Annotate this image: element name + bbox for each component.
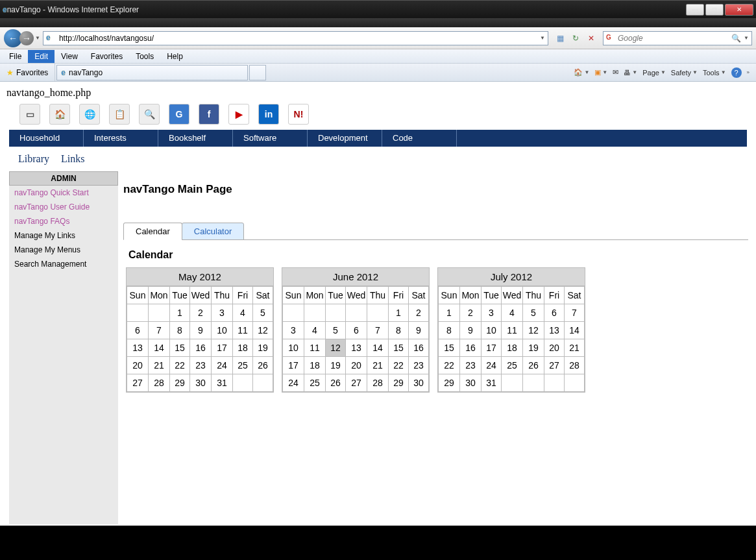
calendar-day[interactable]: 3 <box>212 304 233 322</box>
new-tab[interactable] <box>249 65 266 80</box>
calendar-day[interactable]: 7 <box>565 304 585 322</box>
menu-tools[interactable]: Tools <box>129 50 160 63</box>
calendar-day[interactable]: 18 <box>304 357 326 374</box>
compat-view-icon[interactable]: ▦ <box>554 32 567 45</box>
youtube-icon[interactable]: ▶ <box>228 104 249 125</box>
calendar-day[interactable]: 13 <box>544 322 565 339</box>
address-bar[interactable]: e http://localhost/navtangosu/ ▼ <box>43 31 548 45</box>
calendar-day[interactable]: 6 <box>127 322 149 339</box>
home-icon[interactable]: 🏠 <box>49 104 70 125</box>
calendar-day[interactable]: 3 <box>482 304 502 322</box>
calendar-day[interactable]: 29 <box>439 374 460 392</box>
calendar-day[interactable]: 26 <box>523 357 544 374</box>
calendar-day[interactable]: 25 <box>304 374 326 392</box>
calendar-day[interactable] <box>127 304 149 322</box>
calendar-day[interactable]: 17 <box>482 339 502 357</box>
calendar-day[interactable] <box>565 374 585 392</box>
calendar-day[interactable]: 3 <box>283 322 304 339</box>
feeds-icon[interactable]: ▣▼ <box>594 68 607 77</box>
calendar-day[interactable]: 19 <box>523 339 544 357</box>
favorites-button[interactable]: ★ Favorites <box>0 64 55 81</box>
calendar-day[interactable]: 9 <box>190 322 212 339</box>
calendar-day[interactable]: 30 <box>190 374 212 392</box>
help-icon[interactable]: ? <box>731 67 742 78</box>
calendar-day[interactable]: 12 <box>253 322 273 339</box>
calendar-day[interactable]: 11 <box>304 339 326 357</box>
address-chevron[interactable]: ▼ <box>540 35 545 41</box>
nav-bookshelf[interactable]: Bookshelf <box>158 130 233 147</box>
calendar-day[interactable]: 5 <box>523 304 544 322</box>
calendar-day[interactable]: 27 <box>346 374 367 392</box>
calendar-day[interactable]: 23 <box>409 357 429 374</box>
calendar-day[interactable]: 17 <box>212 339 233 357</box>
calendar-day[interactable]: 10 <box>212 322 233 339</box>
calendar-day[interactable]: 22 <box>170 357 190 374</box>
calendar-day[interactable]: 7 <box>367 322 389 339</box>
calendar-day[interactable]: 17 <box>283 357 304 374</box>
menu-favorites[interactable]: Favorites <box>84 50 129 63</box>
calendar-day[interactable]: 8 <box>170 322 190 339</box>
calendar-day[interactable]: 8 <box>389 322 409 339</box>
calendar-day[interactable]: 13 <box>127 339 149 357</box>
calendar-day[interactable]: 25 <box>233 357 253 374</box>
calendar-day[interactable]: 1 <box>389 304 409 322</box>
calendar-day[interactable]: 21 <box>367 357 389 374</box>
menu-edit[interactable]: Edit <box>28 50 55 63</box>
calendar-day[interactable]: 20 <box>544 339 565 357</box>
calendar-day[interactable]: 6 <box>544 304 565 322</box>
calendar-day[interactable]: 9 <box>460 322 482 339</box>
calendar-day[interactable]: 29 <box>389 374 409 392</box>
calendar-day[interactable]: 24 <box>482 357 502 374</box>
calendar-day[interactable]: 5 <box>326 322 346 339</box>
calendar-day[interactable]: 5 <box>253 304 273 322</box>
calendar-day[interactable] <box>326 304 346 322</box>
stop-button[interactable]: ✕ <box>585 32 598 45</box>
menu-help[interactable]: Help <box>160 50 189 63</box>
facebook-icon[interactable]: f <box>199 104 219 125</box>
nav-development[interactable]: Development <box>308 130 382 147</box>
form-icon[interactable]: 📋 <box>109 104 130 125</box>
calendar-day[interactable]: 28 <box>149 374 170 392</box>
calendar-day[interactable]: 31 <box>212 374 233 392</box>
calendar-day[interactable]: 28 <box>367 374 389 392</box>
close-button[interactable]: ✕ <box>725 4 753 16</box>
calendar-day[interactable]: 7 <box>149 322 170 339</box>
calendar-day[interactable] <box>502 374 523 392</box>
safety-menu[interactable]: Safety▼ <box>671 69 698 77</box>
calendar-day[interactable]: 22 <box>389 357 409 374</box>
calendar-day[interactable]: 18 <box>233 339 253 357</box>
home-icon[interactable]: 🏠▼ <box>574 68 589 77</box>
calendar-day[interactable] <box>304 304 326 322</box>
calendar-day[interactable] <box>346 304 367 322</box>
tab-calculator[interactable]: Calculator <box>182 223 245 240</box>
print-icon[interactable]: 🖶▼ <box>624 69 637 77</box>
page-menu[interactable]: Page▼ <box>642 69 666 77</box>
calendar-day[interactable]: 18 <box>502 339 523 357</box>
magnify-icon[interactable]: 🔍 <box>139 104 160 125</box>
calendar-day[interactable] <box>233 374 253 392</box>
calendar-day[interactable]: 2 <box>460 304 482 322</box>
calendar-day[interactable]: 23 <box>190 357 212 374</box>
tab-calendar[interactable]: Calendar <box>123 223 182 240</box>
minimize-button[interactable]: — <box>686 4 704 16</box>
calendar-day[interactable] <box>367 304 389 322</box>
calendar-day[interactable]: 14 <box>565 322 585 339</box>
nav-software[interactable]: Software <box>233 130 308 147</box>
calendar-day[interactable]: 27 <box>127 374 149 392</box>
calendar-day[interactable]: 30 <box>409 374 429 392</box>
calendar-day[interactable]: 15 <box>170 339 190 357</box>
calendar-day[interactable]: 28 <box>565 357 585 374</box>
browser-tab[interactable]: e navTango <box>56 65 248 80</box>
calendar-day[interactable]: 10 <box>283 339 304 357</box>
calendar-day[interactable] <box>523 374 544 392</box>
calendar-day[interactable] <box>149 304 170 322</box>
calendar-day[interactable]: 15 <box>389 339 409 357</box>
calendar-day[interactable]: 26 <box>253 357 273 374</box>
calendar-day[interactable]: 24 <box>283 374 304 392</box>
calendar-day[interactable]: 1 <box>439 304 460 322</box>
calendar-day[interactable]: 14 <box>367 339 389 357</box>
calendar-day[interactable]: 19 <box>253 339 273 357</box>
app-window-icon[interactable]: ▭ <box>19 104 40 125</box>
calendar-day[interactable]: 12 <box>523 322 544 339</box>
nav-interests[interactable]: Interests <box>84 130 158 147</box>
